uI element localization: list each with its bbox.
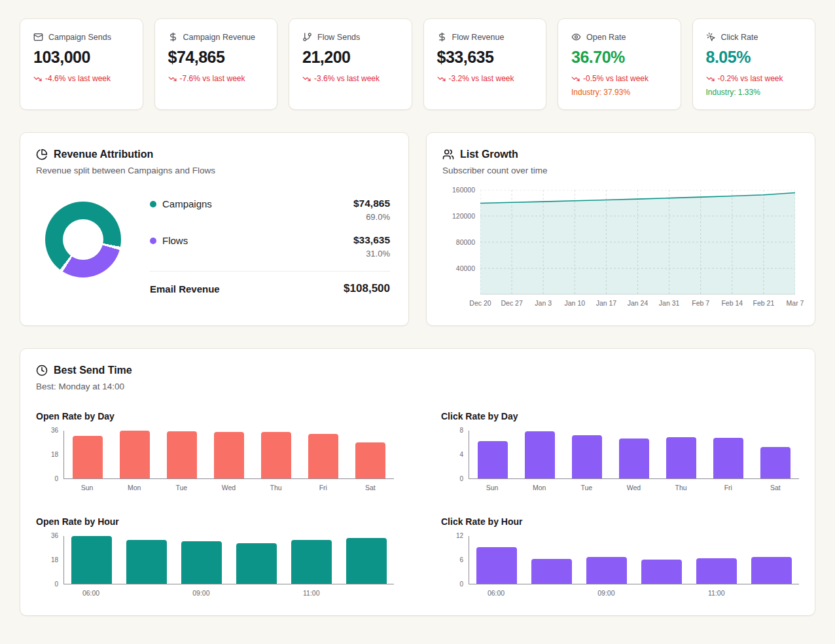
x-tick-label: 06:00 bbox=[82, 589, 99, 597]
y-tick-label: 12 bbox=[456, 533, 463, 539]
legend-name: Campaigns bbox=[162, 198, 212, 209]
bar-chart: 3618006:0009:0011:00 bbox=[36, 536, 394, 597]
x-tick-label: Thu bbox=[675, 484, 687, 492]
chart-title: Open Rate by Day bbox=[36, 411, 394, 421]
kpi-card-click-rate: Click Rate 8.05% -0.2% vs last week Indu… bbox=[692, 18, 816, 110]
bar-chart: 126006:0009:0011:00 bbox=[441, 536, 799, 597]
legend-dot bbox=[150, 238, 156, 244]
kpi-value: 103,000 bbox=[33, 48, 130, 67]
x-tick-label: Jan 10 bbox=[565, 299, 586, 307]
kpi-label: Open Rate bbox=[586, 33, 626, 42]
x-tick-label: Feb 21 bbox=[753, 299, 775, 307]
dollar-icon bbox=[168, 32, 178, 42]
x-tick-label: Wed bbox=[627, 484, 641, 492]
x-axis: SunMonTueWedThuFriSat bbox=[469, 479, 799, 492]
click-rate-by-day-chart: Click Rate by Day 840SunMonTueWedThuFriS… bbox=[441, 411, 799, 492]
bar bbox=[261, 432, 291, 478]
list-growth-area-svg bbox=[480, 190, 795, 295]
x-tick-label: Sat bbox=[770, 484, 781, 492]
legend-percent: 69.0% bbox=[353, 212, 390, 222]
bar bbox=[478, 441, 508, 478]
kpi-trend-text: -4.6% vs last week bbox=[45, 74, 111, 83]
bar bbox=[572, 435, 602, 478]
x-tick-label: Wed bbox=[222, 484, 236, 492]
bar bbox=[751, 557, 792, 584]
x-tick-label: Dec 27 bbox=[501, 299, 522, 307]
y-tick-label: 120000 bbox=[452, 212, 475, 220]
legend-value: $74,865 bbox=[353, 198, 390, 209]
section-head: Best Send Time bbox=[36, 365, 799, 376]
kpi-value: 8.05% bbox=[706, 48, 802, 67]
y-tick-label: 4 bbox=[459, 452, 463, 458]
x-tick-label: Jan 3 bbox=[535, 299, 552, 307]
x-tick-label: Thu bbox=[270, 484, 282, 492]
y-tick-label: 80000 bbox=[456, 238, 475, 246]
kpi-value: $74,865 bbox=[168, 48, 264, 67]
middle-row: Revenue Attribution Revenue split betwee… bbox=[20, 132, 815, 326]
dollar-icon bbox=[437, 32, 447, 42]
kpi-head: Campaign Revenue bbox=[168, 32, 264, 42]
revenue-attribution-card: Revenue Attribution Revenue split betwee… bbox=[20, 132, 409, 326]
y-axis: 36180 bbox=[36, 533, 58, 588]
kpi-head: Flow Sends bbox=[302, 32, 399, 42]
x-axis: Dec 20Dec 27Jan 3Jan 10Jan 17Jan 24Jan 3… bbox=[480, 299, 795, 310]
dashboard-page: Campaign Sends 103,000 -4.6% vs last wee… bbox=[0, 0, 835, 635]
total-label: Email Revenue bbox=[150, 283, 220, 295]
bar bbox=[126, 540, 167, 584]
legend-right: $74,865 69.0% bbox=[353, 198, 390, 222]
x-tick-label: 11:00 bbox=[708, 589, 725, 597]
y-tick-label: 160000 bbox=[452, 186, 475, 194]
flow-icon bbox=[302, 32, 312, 42]
legend-row-flows: Flows $33,635 31.0% bbox=[150, 234, 390, 259]
y-tick-label: 8 bbox=[459, 427, 463, 434]
kpi-trend: -3.2% vs last week bbox=[437, 74, 533, 83]
kpi-value: $33,635 bbox=[437, 48, 533, 67]
y-tick-label: 18 bbox=[51, 452, 58, 458]
section-title: List Growth bbox=[460, 149, 518, 160]
bar-chart-body: 126006:0009:0011:00 bbox=[441, 536, 799, 597]
kpi-trend: -0.5% vs last week bbox=[571, 74, 667, 83]
bar bbox=[308, 434, 338, 478]
trending-down-icon bbox=[571, 75, 580, 83]
y-tick-label: 36 bbox=[51, 533, 58, 539]
click-icon bbox=[706, 32, 716, 42]
bar bbox=[73, 436, 103, 478]
x-tick-label: 09:00 bbox=[192, 589, 209, 597]
kpi-label: Flow Sends bbox=[317, 33, 360, 42]
eye-icon bbox=[571, 32, 581, 42]
revenue-attribution-body: Campaigns $74,865 69.0% Flows bbox=[36, 198, 393, 295]
section-head: List Growth bbox=[442, 149, 799, 160]
kpi-label: Click Rate bbox=[721, 33, 758, 42]
bar bbox=[346, 538, 387, 584]
kpi-head: Flow Revenue bbox=[437, 32, 533, 42]
y-tick-label: 18 bbox=[51, 557, 58, 564]
kpi-head: Open Rate bbox=[571, 32, 667, 42]
y-axis: 840 bbox=[441, 427, 463, 482]
kpi-card-flow-revenue: Flow Revenue $33,635 -3.2% vs last week bbox=[423, 18, 547, 110]
y-tick-label: 36 bbox=[51, 427, 58, 434]
email-revenue-total: Email Revenue $108,500 bbox=[150, 282, 390, 295]
trending-down-icon bbox=[33, 75, 42, 83]
bar bbox=[167, 431, 197, 478]
bar-chart-body: 36180SunMonTueWedThuFriSat bbox=[36, 431, 394, 492]
kpi-card-open-rate: Open Rate 36.70% -0.5% vs last week Indu… bbox=[558, 18, 681, 110]
y-axis: 36180 bbox=[36, 427, 58, 482]
trending-down-icon bbox=[437, 75, 446, 83]
kpi-value: 21,200 bbox=[302, 48, 399, 67]
divider bbox=[150, 271, 390, 272]
x-tick-label: Fri bbox=[724, 484, 732, 492]
kpi-head: Campaign Sends bbox=[33, 32, 130, 42]
kpi-card-campaign-sends: Campaign Sends 103,000 -4.6% vs last wee… bbox=[20, 18, 143, 110]
bar bbox=[619, 438, 649, 478]
send-time-charts-grid: Open Rate by Day 36180SunMonTueWedThuFri… bbox=[36, 411, 799, 599]
kpi-trend: -3.6% vs last week bbox=[302, 74, 399, 83]
kpi-trend-text: -3.2% vs last week bbox=[449, 74, 514, 83]
bar bbox=[525, 431, 555, 478]
bar bbox=[236, 543, 277, 584]
users-icon bbox=[442, 149, 454, 160]
kpi-card-campaign-revenue: Campaign Revenue $74,865 -7.6% vs last w… bbox=[154, 18, 278, 110]
clock-icon bbox=[36, 365, 48, 376]
bar bbox=[696, 558, 737, 584]
revenue-legend: Campaigns $74,865 69.0% Flows bbox=[150, 198, 390, 295]
x-tick-label: Fri bbox=[319, 484, 327, 492]
